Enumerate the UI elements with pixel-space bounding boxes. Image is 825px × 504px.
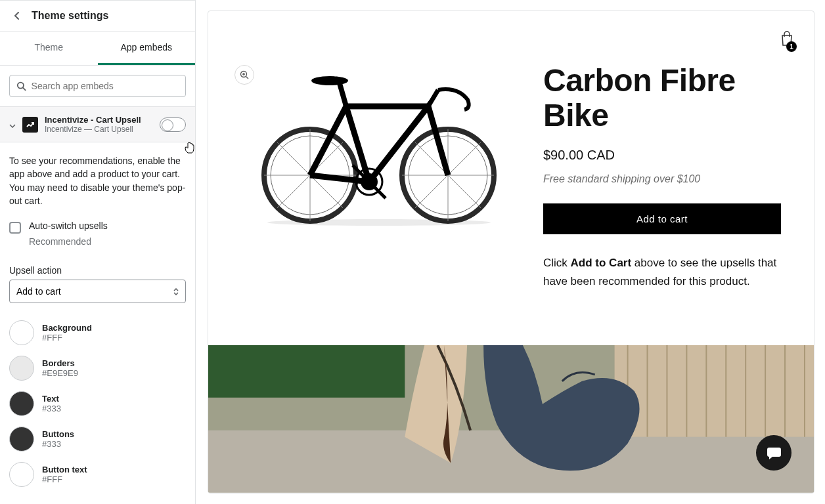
color-row-text[interactable]: Text #333 xyxy=(9,386,186,421)
tab-app-embeds[interactable]: App embeds xyxy=(98,32,196,65)
svg-rect-29 xyxy=(615,345,814,437)
page-title: Theme settings xyxy=(32,10,108,22)
color-name: Borders xyxy=(42,358,78,368)
svg-line-20 xyxy=(428,90,438,106)
cart-button[interactable]: 1 xyxy=(780,31,794,49)
tab-theme[interactable]: Theme xyxy=(0,32,98,65)
color-list: Background #FFF Borders #E9E9E9 Text #33… xyxy=(0,310,195,497)
swatch xyxy=(9,462,34,487)
search-icon xyxy=(16,81,26,91)
app-subtitle: Incentivize — Cart Upsell xyxy=(45,125,153,134)
color-hex: #FFF xyxy=(42,333,92,343)
search-input-wrap[interactable] xyxy=(9,75,186,97)
app-toggle[interactable] xyxy=(160,117,186,132)
color-row-buttons[interactable]: Buttons #333 xyxy=(9,421,186,457)
auto-switch-label: Auto-switch upsells xyxy=(29,220,108,231)
svg-rect-27 xyxy=(208,345,405,398)
help-text: To see your recommendations, enable the … xyxy=(0,142,195,214)
auto-switch-row[interactable]: Auto-switch upsells xyxy=(0,214,195,236)
color-row-background[interactable]: Background #FFF xyxy=(9,315,186,350)
color-row-borders[interactable]: Borders #E9E9E9 xyxy=(9,350,186,386)
select-arrows-icon xyxy=(173,288,179,295)
back-icon[interactable] xyxy=(12,10,22,21)
shipping-note: Free standard shipping over $100 xyxy=(543,173,781,185)
app-name: Incentivize - Cart Upsell xyxy=(45,115,153,125)
bike-image xyxy=(248,57,510,228)
preview-pane: 1 xyxy=(208,10,814,494)
color-hex: #333 xyxy=(42,404,61,413)
upsell-action-value: Add to cart xyxy=(16,286,61,297)
color-hex: #333 xyxy=(42,439,74,449)
theme-settings-sidebar: Theme settings Theme App embeds Incentiv… xyxy=(0,0,196,504)
search-input[interactable] xyxy=(32,81,179,91)
upsell-note: Click Add to Cart above to see the upsel… xyxy=(543,254,781,292)
color-name: Text xyxy=(42,394,61,404)
svg-line-18 xyxy=(340,83,346,106)
chat-icon xyxy=(765,444,782,461)
product-price: $90.00 CAD xyxy=(543,148,781,163)
app-embed-row[interactable]: Incentivize - Cart Upsell Incentivize — … xyxy=(0,106,195,142)
chevron-down-icon[interactable] xyxy=(9,119,16,131)
tabs: Theme App embeds xyxy=(0,32,195,66)
color-name: Background xyxy=(42,323,92,333)
note-bold: Add to Cart xyxy=(571,257,632,269)
auto-switch-sub: Recommended xyxy=(0,236,195,253)
svg-line-1 xyxy=(23,88,26,91)
product-area: Carbon Fibre Bike $90.00 CAD Free standa… xyxy=(208,11,814,318)
add-to-cart-button[interactable]: Add to cart xyxy=(543,203,781,234)
upsell-action-label: Upsell action xyxy=(0,253,195,280)
swatch xyxy=(9,320,34,345)
chat-button[interactable] xyxy=(756,435,792,471)
upsell-action-select[interactable]: Add to cart xyxy=(9,280,186,303)
color-row-button-text[interactable]: Button text #FFF xyxy=(9,457,186,492)
color-hex: #E9E9E9 xyxy=(42,368,78,378)
svg-line-23 xyxy=(369,182,386,198)
swatch xyxy=(9,427,34,452)
cart-count: 1 xyxy=(786,41,797,52)
note-before: Click xyxy=(543,257,571,269)
svg-point-19 xyxy=(311,76,348,85)
product-image xyxy=(228,64,517,261)
app-labels: Incentivize - Cart Upsell Incentivize — … xyxy=(45,115,153,134)
color-name: Buttons xyxy=(42,429,74,439)
color-name: Button text xyxy=(42,465,87,474)
color-hex: #FFF xyxy=(42,474,87,484)
swatch xyxy=(9,356,34,381)
svg-point-25 xyxy=(267,219,491,226)
product-info: Carbon Fibre Bike $90.00 CAD Free standa… xyxy=(543,64,781,291)
auto-switch-checkbox[interactable] xyxy=(9,222,21,234)
swatch xyxy=(9,391,34,416)
lifestyle-image xyxy=(208,345,814,493)
sidebar-header: Theme settings xyxy=(0,1,195,32)
product-title: Carbon Fibre Bike xyxy=(543,64,781,133)
app-icon xyxy=(22,117,38,133)
